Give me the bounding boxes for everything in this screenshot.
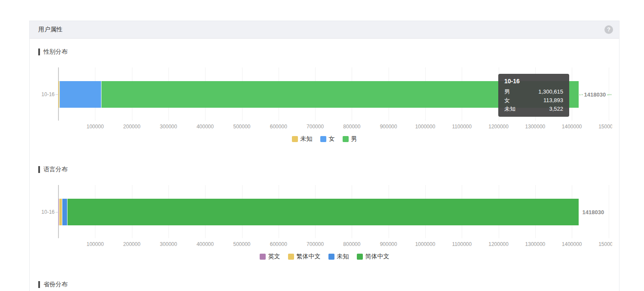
legend-swatch-icon	[288, 254, 294, 260]
tooltip-series-label: 男	[504, 88, 510, 96]
legend-item-未知[interactable]: 未知	[292, 135, 313, 143]
x-axis-tick-label: 1000000	[415, 124, 435, 130]
x-axis-tick-label: 500000	[233, 124, 250, 130]
legend-item-未知[interactable]: 未知	[328, 253, 349, 261]
y-axis-category-label: 10-16	[38, 209, 55, 215]
x-axis-tick-label: 1300000	[525, 241, 546, 247]
legend-swatch-icon	[260, 254, 266, 260]
tooltip-row: 男1,300,615	[504, 88, 563, 96]
x-axis-tick-label: 1500000	[598, 241, 612, 247]
section-title-label: 省份分布	[43, 281, 67, 288]
x-axis-tick-label: 1300000	[525, 124, 546, 130]
legend-item-男[interactable]: 男	[343, 135, 357, 143]
bar-segment-简体中文[interactable]	[67, 199, 579, 225]
x-axis-tick-label: 800000	[343, 241, 360, 247]
section-marker-icon	[38, 48, 40, 55]
y-axis-category-label: 10-16	[38, 91, 55, 97]
x-axis-tick-label: 1400000	[562, 124, 582, 130]
x-axis-tick-label: 1200000	[488, 241, 509, 247]
gender-distribution-chart: 10-16 男1,300,615女113,893未知3,522 10000020…	[38, 63, 612, 130]
x-axis-tick-label: 1500000	[598, 124, 612, 130]
section-title-language: 语言分布	[38, 165, 610, 174]
x-axis-tick-label: 1000000	[415, 241, 435, 247]
x-axis-tick-label: 1400000	[562, 241, 582, 247]
gender-chart-legend: 未知女男	[38, 135, 610, 143]
tooltip-row: 未知3,522	[504, 105, 563, 113]
total-value-label: 1418030	[580, 91, 612, 98]
tooltip-row: 女113,893	[504, 96, 563, 105]
chart-tooltip: 10-16 男1,300,615女113,893未知3,522	[498, 74, 569, 117]
bar-segment-未知[interactable]	[62, 199, 67, 225]
x-axis-tick-label: 100000	[86, 241, 104, 247]
legend-item-女[interactable]: 女	[320, 135, 335, 143]
grid-line	[609, 185, 609, 238]
section-title-label: 语言分布	[43, 166, 67, 173]
legend-swatch-icon	[328, 254, 334, 260]
language-distribution-chart: 1000002000003000004000005000006000007000…	[38, 181, 612, 248]
x-axis-tick-label: 800000	[343, 124, 360, 130]
x-axis-tick-label: 600000	[270, 241, 287, 247]
y-axis-tick	[55, 212, 58, 212]
language-chart-legend: 英文繁体中文未知简体中文	[38, 253, 610, 261]
x-axis-tick-label: 1100000	[452, 241, 472, 247]
legend-item-简体中文[interactable]: 简体中文	[357, 253, 389, 261]
legend-swatch-icon	[292, 136, 298, 142]
x-axis-tick-label: 400000	[196, 124, 214, 130]
x-axis-tick-label: 1100000	[452, 124, 472, 130]
tooltip-series-label: 女	[504, 96, 510, 105]
x-axis-tick-label: 900000	[380, 241, 397, 247]
panel-title: 用户属性	[38, 26, 62, 33]
legend-label: 繁体中文	[297, 253, 321, 261]
total-value-text: 1418030	[584, 91, 606, 98]
x-axis-tick-label: 300000	[160, 124, 177, 130]
section-marker-icon	[38, 281, 40, 288]
leader-dots-right	[607, 94, 612, 95]
help-icon[interactable]: ?	[604, 25, 613, 34]
page: 用户属性 ? 性别分布 10-16 男1,300,615女113,893未知3,…	[0, 0, 644, 291]
tooltip-series-label: 未知	[504, 105, 515, 113]
tooltip-title: 10-16	[504, 77, 563, 85]
x-axis-tick-label: 200000	[123, 241, 141, 247]
legend-item-英文[interactable]: 英文	[260, 253, 280, 261]
legend-item-繁体中文[interactable]: 繁体中文	[288, 253, 321, 261]
section-title-gender: 性别分布	[38, 48, 610, 56]
y-axis-tick	[55, 94, 58, 95]
user-attributes-panel: 用户属性 ? 性别分布 10-16 男1,300,615女113,893未知3,…	[29, 21, 619, 291]
total-value-text: 1418030	[583, 209, 604, 215]
tooltip-series-value: 3,522	[549, 105, 563, 113]
panel-body: 性别分布 10-16 男1,300,615女113,893未知3,522 100…	[30, 48, 619, 289]
section-marker-icon	[38, 166, 40, 173]
x-axis-tick-label: 300000	[160, 241, 177, 247]
panel-header: 用户属性 ?	[30, 21, 619, 39]
x-axis-tick-label: 1200000	[488, 124, 509, 130]
legend-label: 未知	[337, 253, 349, 261]
x-axis-tick-label: 200000	[123, 124, 141, 130]
bar-segment-女[interactable]	[60, 81, 101, 108]
x-axis-tick-label: 500000	[233, 241, 250, 247]
x-axis-tick-label: 900000	[380, 124, 397, 130]
section-title-label: 性别分布	[43, 48, 67, 56]
x-axis-tick-label: 700000	[307, 241, 324, 247]
x-axis-tick-label: 100000	[86, 124, 104, 130]
legend-label: 英文	[268, 253, 280, 261]
total-value-label: 1418030	[583, 209, 604, 215]
legend-label: 简体中文	[365, 253, 389, 261]
section-title-province: 省份分布	[38, 280, 610, 289]
legend-swatch-icon	[343, 136, 349, 142]
legend-label: 未知	[301, 135, 313, 143]
leader-dots-left	[580, 94, 583, 95]
x-axis-tick-label: 400000	[196, 241, 214, 247]
legend-label: 女	[329, 135, 335, 143]
x-axis-tick-label: 600000	[270, 124, 287, 130]
legend-label: 男	[351, 135, 357, 143]
tooltip-series-value: 1,300,615	[538, 88, 563, 96]
tooltip-series-value: 113,893	[543, 96, 563, 105]
x-axis-tick-label: 700000	[307, 124, 324, 130]
legend-swatch-icon	[357, 254, 363, 260]
legend-swatch-icon	[320, 136, 326, 142]
